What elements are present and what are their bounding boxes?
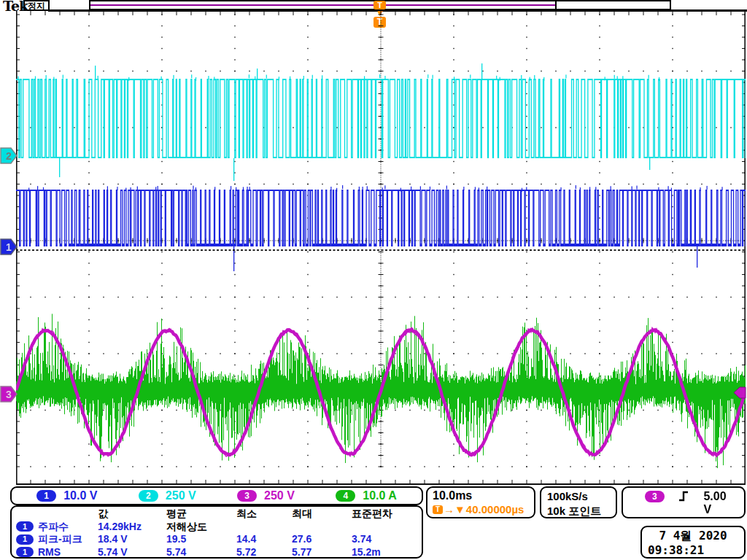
trigger-delay-readout: T→▼40.00000µs	[433, 503, 529, 516]
measurement-header-std: 표준편차	[352, 508, 417, 521]
channel-2-readout[interactable]: 2 250 V	[139, 489, 196, 502]
record-length: 10k 포인트	[547, 504, 610, 518]
measurement-row-label: 1 피크-피크	[16, 533, 98, 546]
channel-3-badge: 3	[237, 490, 257, 502]
measurement-name: 주파수	[38, 521, 69, 534]
trigger-level-value: 5.00 V	[703, 490, 737, 516]
acquisition-state-indicator: 정지	[23, 0, 50, 11]
channel-1-scale: 10.0 V	[63, 489, 97, 502]
measurement-warning: 저해상도	[166, 521, 236, 534]
measurement-header-max: 최대	[292, 508, 352, 521]
channel-4-scale: 10.0 A	[363, 489, 397, 502]
trigger-delay-arrow-icon: →▼	[444, 503, 465, 516]
measurement-std	[352, 521, 417, 534]
channel-2-badge: 2	[139, 490, 158, 502]
measurement-value: 18.4 V	[98, 533, 166, 546]
record-view-divider	[555, 1, 557, 9]
channel-2-marker-label: 2	[6, 150, 12, 162]
measurement-min: 5.72	[236, 546, 292, 559]
measurement-name: RMS	[38, 546, 61, 559]
horizontal-scale: 10.0ms	[433, 489, 529, 502]
oscilloscope-screen: Tek 정지 T ▼ T 2 1 3 1 10.0 V 2 250 V 3 2	[0, 0, 747, 560]
channel-1-badge: 1	[36, 490, 56, 502]
channel-2-scale: 250 V	[166, 489, 196, 502]
channel-3-marker-label: 3	[6, 389, 12, 400]
datetime-readout: 7 4월 2020 09:38:21	[640, 526, 746, 559]
measurement-max	[292, 521, 352, 534]
horizontal-readout[interactable]: 10.0ms T→▼40.00000µs	[426, 486, 535, 518]
rising-edge-icon	[678, 490, 689, 502]
channel-4-readout[interactable]: 4 10.0 A	[336, 489, 397, 502]
channel-4-badge: 4	[336, 490, 355, 502]
measurement-std: 3.74	[352, 533, 417, 546]
channel-1-marker-label: 1	[6, 241, 12, 253]
measurement-channel-badge: 1	[16, 534, 34, 545]
sample-rate: 100kS/s	[547, 489, 610, 504]
waveform-display	[16, 11, 746, 485]
measurement-min: 14.4	[236, 533, 292, 546]
measurement-header-min: 최소	[236, 508, 292, 521]
channel-1-readout[interactable]: 1 10.0 V	[36, 489, 97, 502]
trigger-level-marker[interactable]	[733, 386, 746, 399]
acquisition-readout[interactable]: 100kS/s 10k 포인트	[540, 486, 617, 518]
trigger-delay-value: 40.00000µs	[466, 503, 525, 516]
channel-2-marker[interactable]: 2	[0, 147, 18, 165]
measurement-corner	[16, 508, 98, 521]
channel-3-readout[interactable]: 3 250 V	[237, 489, 295, 502]
measurement-value: 14.29kHz	[98, 521, 166, 534]
time-value: 09:38:21	[648, 543, 738, 558]
trigger-readout[interactable]: 3 5.00 V	[622, 486, 746, 518]
measurement-header-mean: 평균	[166, 508, 236, 521]
measurement-header-value: 값	[98, 508, 166, 521]
trigger-delay-t-icon: T	[433, 505, 443, 514]
channel-3-scale: 250 V	[264, 489, 295, 502]
measurement-mean: 5.74	[166, 546, 236, 559]
measurement-std: 15.2m	[352, 546, 417, 559]
channel-readout-bar: 1 10.0 V 2 250 V 3 250 V 4 10.0 A	[10, 486, 423, 505]
date-value: 7 4월 2020	[648, 529, 738, 543]
measurement-min	[236, 521, 292, 534]
measurement-row-label: 1 주파수	[16, 521, 98, 534]
measurement-mean: 19.5	[166, 533, 236, 546]
measurement-table: 값 평균 최소 최대 표준편차 1 주파수 14.29kHz 저해상도 1 피크…	[10, 505, 423, 559]
channel-1-marker[interactable]: 1	[0, 238, 18, 256]
measurement-value: 5.74 V	[98, 546, 166, 559]
measurement-row-label: 1 RMS	[16, 546, 98, 559]
trigger-source-badge: 3	[645, 491, 665, 502]
measurement-max: 27.6	[292, 533, 352, 546]
measurement-max: 5.77	[292, 546, 352, 559]
channel-3-marker[interactable]: 3	[0, 385, 18, 403]
measurement-channel-badge: 1	[16, 521, 34, 532]
measurement-name: 피크-피크	[38, 533, 82, 546]
record-preview-waveform	[90, 4, 556, 6]
measurement-channel-badge: 1	[16, 547, 34, 557]
